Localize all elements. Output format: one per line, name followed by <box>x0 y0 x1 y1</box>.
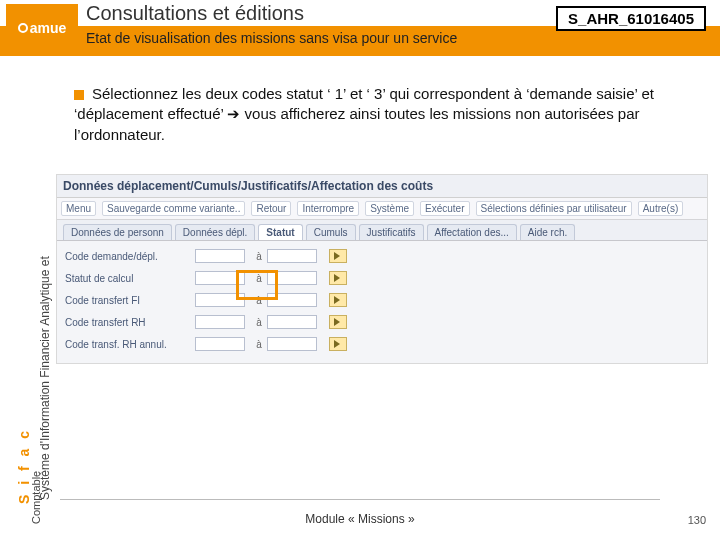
sap-tab[interactable]: Données de personn <box>63 224 172 240</box>
page-number: 130 <box>688 514 706 526</box>
sap-tab[interactable]: Justificatifs <box>359 224 424 240</box>
sidebar-line1: Système d'Information Financier Analytiq… <box>38 256 52 500</box>
sap-to-label: à <box>251 273 267 284</box>
sap-field-label: Code transfert FI <box>65 295 195 306</box>
logo-text: amue <box>30 20 67 36</box>
sap-field-label: Code transfert RH <box>65 317 195 328</box>
page-title: Consultations et éditions <box>86 2 304 25</box>
footer-module: Module « Missions » <box>0 512 720 526</box>
sap-selection-row: Statut de calcul à <box>65 269 699 287</box>
sap-to-label: à <box>251 339 267 350</box>
instruction-paragraph: Sélectionnez les deux codes statut ‘ 1’ … <box>74 84 694 145</box>
sap-screenshot: Données déplacement/Cumuls/Justificatifs… <box>56 174 708 364</box>
sap-field-label: Statut de calcul <box>65 273 195 284</box>
multiple-selection-icon[interactable] <box>329 315 347 329</box>
page-subtitle: Etat de visualisation des missions sans … <box>86 30 457 46</box>
sap-input-to[interactable] <box>267 249 317 263</box>
sap-tabstrip: Données de personn Données dépl. Statut … <box>57 220 707 241</box>
sap-input-to[interactable] <box>267 315 317 329</box>
sap-menu-item[interactable]: Retour <box>251 201 291 216</box>
sap-input-from[interactable] <box>195 271 245 285</box>
brand-logo: amue <box>6 4 78 52</box>
sap-selection-row: Code transfert RH à <box>65 313 699 331</box>
sap-menu-item[interactable]: Menu <box>61 201 96 216</box>
sap-selection-form: Code demande/dépl. à Statut de calcul à … <box>57 241 707 363</box>
sap-menu-item[interactable]: Exécuter <box>420 201 469 216</box>
sap-input-to[interactable] <box>267 337 317 351</box>
sap-input-from[interactable] <box>195 293 245 307</box>
sap-menu-item[interactable]: Sélections définies par utilisateur <box>476 201 632 216</box>
sap-tab-active[interactable]: Statut <box>258 224 302 240</box>
multiple-selection-icon[interactable] <box>329 293 347 307</box>
sap-menu-item[interactable]: Interrompre <box>297 201 359 216</box>
sap-tab[interactable]: Affectation des... <box>427 224 517 240</box>
sidebar-vertical: S i f a c Système d'Information Financie… <box>0 70 48 500</box>
transaction-code: S_AHR_61016405 <box>556 6 706 31</box>
sap-input-from[interactable] <box>195 337 245 351</box>
multiple-selection-icon[interactable] <box>329 337 347 351</box>
sap-input-from[interactable] <box>195 315 245 329</box>
instruction-text: Sélectionnez les deux codes statut ‘ 1’ … <box>74 85 654 143</box>
sap-to-label: à <box>251 295 267 306</box>
sap-menu-item[interactable]: Système <box>365 201 414 216</box>
bullet-icon <box>74 90 84 100</box>
footer-divider <box>60 499 660 500</box>
sap-to-label: à <box>251 317 267 328</box>
sap-field-label: Code transf. RH annul. <box>65 339 195 350</box>
sap-tab[interactable]: Données dépl. <box>175 224 256 240</box>
sap-input-from[interactable] <box>195 249 245 263</box>
header: amue Consultations et éditions Etat de v… <box>0 0 720 58</box>
sap-tab[interactable]: Aide rch. <box>520 224 575 240</box>
sap-tab[interactable]: Cumuls <box>306 224 356 240</box>
sap-menu-item[interactable]: Autre(s) <box>638 201 684 216</box>
sap-field-label: Code demande/dépl. <box>65 251 195 262</box>
sap-window-title: Données déplacement/Cumuls/Justificatifs… <box>57 175 707 198</box>
sap-selection-row: Code transfert FI à <box>65 291 699 309</box>
sap-selection-row: Code demande/dépl. à <box>65 247 699 265</box>
sap-to-label: à <box>251 251 267 262</box>
sap-menu-item[interactable]: Sauvegarde comme variante.. <box>102 201 245 216</box>
sap-selection-row: Code transf. RH annul. à <box>65 335 699 353</box>
multiple-selection-icon[interactable] <box>329 249 347 263</box>
multiple-selection-icon[interactable] <box>329 271 347 285</box>
sap-input-to[interactable] <box>267 271 317 285</box>
sap-input-to[interactable] <box>267 293 317 307</box>
sap-menubar: Menu Sauvegarde comme variante.. Retour … <box>57 198 707 220</box>
